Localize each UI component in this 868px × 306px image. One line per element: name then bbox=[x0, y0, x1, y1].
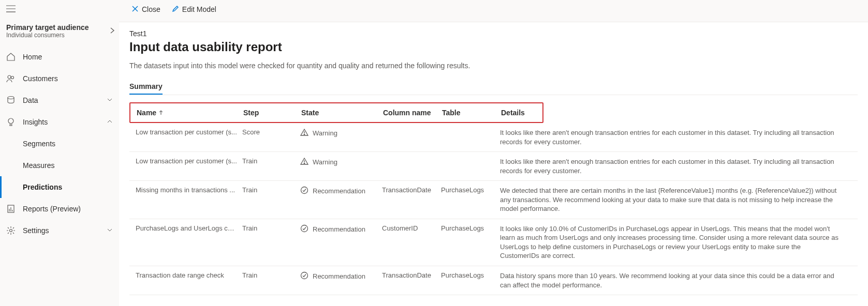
sidebar-item-label: Settings bbox=[23, 226, 49, 235]
page-title: Input data usability report bbox=[129, 40, 858, 54]
cell-details: It looks like there aren't enough transa… bbox=[500, 128, 851, 146]
cell-name: Low transaction per customer (s... bbox=[136, 128, 242, 136]
sidebar-item-label: Data bbox=[23, 96, 38, 104]
check-circle-icon bbox=[300, 224, 308, 234]
page-description: The datasets input into this model were … bbox=[129, 62, 858, 70]
sidebar-subitem-predictions[interactable]: Predictions bbox=[0, 176, 119, 198]
audience-title: Primary target audience bbox=[6, 23, 89, 32]
hamburger-menu-button[interactable] bbox=[0, 2, 119, 21]
cell-column: TransactionDate bbox=[382, 186, 441, 194]
table-header-state[interactable]: State bbox=[301, 109, 383, 117]
cell-table: PurchaseLogs bbox=[441, 271, 500, 279]
toolbar: Close Edit Model bbox=[119, 0, 868, 19]
sidebar-item-reports[interactable]: Reports (Preview) bbox=[0, 198, 119, 220]
sidebar-subitem-measures[interactable]: Measures bbox=[0, 155, 119, 176]
state-label: Recommendation bbox=[313, 272, 365, 280]
sidebar-subitem-label: Measures bbox=[23, 161, 54, 170]
sidebar-subitem-segments[interactable]: Segments bbox=[0, 133, 119, 155]
cell-column: CustomerID bbox=[382, 224, 441, 232]
sidebar: Primary target audience Individual consu… bbox=[0, 0, 119, 306]
chevron-down-icon bbox=[107, 226, 113, 235]
chevron-down-icon bbox=[107, 96, 113, 104]
chevron-right-icon bbox=[110, 27, 115, 36]
audience-subtitle: Individual consumers bbox=[6, 32, 89, 39]
table-header-column[interactable]: Column name bbox=[383, 109, 442, 117]
insights-icon bbox=[6, 117, 16, 127]
chevron-up-icon bbox=[107, 118, 113, 126]
cell-step: Train bbox=[242, 157, 300, 165]
cell-column: TransactionDate bbox=[382, 271, 441, 279]
state-label: Warning bbox=[313, 158, 337, 166]
table-header-step[interactable]: Step bbox=[243, 109, 301, 117]
svg-point-20 bbox=[301, 225, 308, 232]
cell-state: Warning bbox=[300, 128, 382, 138]
table-row[interactable]: Low transaction per customer (s...TrainW… bbox=[129, 152, 858, 181]
svg-point-16 bbox=[304, 134, 304, 134]
cell-name: PurchaseLogs and UserLogs cus... bbox=[136, 224, 242, 232]
warning-icon bbox=[300, 128, 308, 138]
table-row[interactable]: PurchaseLogs and UserLogs cus...TrainRec… bbox=[129, 219, 858, 266]
cell-name: Low transaction per customer (s... bbox=[136, 157, 242, 165]
cell-state: Recommendation bbox=[300, 224, 382, 234]
table-header-table[interactable]: Table bbox=[442, 109, 501, 117]
cell-name: Missing months in transactions ... bbox=[136, 186, 242, 194]
svg-point-4 bbox=[11, 76, 14, 79]
svg-point-5 bbox=[8, 97, 14, 99]
table-header-name[interactable]: Name bbox=[137, 109, 243, 117]
cell-table: PurchaseLogs bbox=[441, 186, 500, 194]
check-circle-icon bbox=[300, 271, 308, 281]
cell-details: It looks like there aren't enough transa… bbox=[500, 157, 851, 175]
sidebar-item-label: Customers bbox=[23, 74, 58, 83]
tab-summary[interactable]: Summary bbox=[129, 79, 163, 95]
settings-icon bbox=[6, 226, 16, 235]
cell-table: PurchaseLogs bbox=[441, 224, 500, 232]
cell-name: Transaction date range check bbox=[136, 271, 242, 279]
state-label: Warning bbox=[313, 129, 337, 137]
cell-state: Warning bbox=[300, 157, 382, 167]
content-area: Test1 Input data usability report The da… bbox=[119, 22, 868, 306]
close-button[interactable]: Close bbox=[128, 3, 164, 16]
check-circle-icon bbox=[300, 186, 308, 196]
usability-table: Name Step State Column name Table Detail… bbox=[129, 102, 858, 295]
svg-point-19 bbox=[301, 187, 308, 194]
cell-state: Recommendation bbox=[300, 186, 382, 196]
cell-step: Train bbox=[242, 271, 300, 279]
sidebar-item-settings[interactable]: Settings bbox=[0, 220, 119, 241]
data-icon bbox=[6, 96, 16, 105]
close-label: Close bbox=[142, 5, 160, 13]
breadcrumb[interactable]: Test1 bbox=[129, 29, 858, 38]
table-header-row: Name Step State Column name Table Detail… bbox=[129, 102, 543, 123]
table-header-details[interactable]: Details bbox=[501, 109, 525, 117]
cell-state: Recommendation bbox=[300, 271, 382, 281]
warning-icon bbox=[300, 157, 308, 167]
svg-point-6 bbox=[8, 118, 13, 124]
edit-icon bbox=[172, 5, 179, 14]
cell-details: Data history spans more than 10 years. W… bbox=[500, 271, 851, 289]
sidebar-subitem-label: Predictions bbox=[23, 183, 62, 191]
customers-icon bbox=[6, 74, 16, 83]
state-label: Recommendation bbox=[313, 225, 365, 233]
sidebar-subitem-label: Segments bbox=[23, 140, 55, 148]
cell-step: Train bbox=[242, 224, 300, 232]
table-row[interactable]: Low transaction per customer (s...ScoreW… bbox=[129, 123, 858, 152]
sidebar-item-customers[interactable]: Customers bbox=[0, 68, 119, 89]
home-icon bbox=[6, 52, 16, 62]
edit-model-label: Edit Model bbox=[182, 5, 216, 13]
svg-point-18 bbox=[304, 163, 304, 163]
tab-row: Summary bbox=[129, 79, 858, 95]
audience-selector[interactable]: Primary target audience Individual consu… bbox=[0, 21, 119, 46]
cell-step: Train bbox=[242, 186, 300, 194]
sidebar-item-insights[interactable]: Insights bbox=[0, 111, 119, 133]
cell-details: It looks like only 10.0% of CustomerIDs … bbox=[500, 224, 851, 261]
cell-step: Score bbox=[242, 128, 300, 136]
edit-model-button[interactable]: Edit Model bbox=[169, 3, 219, 16]
svg-point-21 bbox=[301, 272, 308, 279]
svg-point-3 bbox=[8, 75, 11, 79]
sidebar-item-label: Insights bbox=[23, 118, 48, 126]
main-panel: Close Edit Model Test1 Input data usabil… bbox=[119, 0, 868, 306]
table-row[interactable]: Missing months in transactions ...TrainR… bbox=[129, 181, 858, 219]
reports-icon bbox=[6, 204, 16, 213]
table-row[interactable]: Transaction date range checkTrainRecomme… bbox=[129, 266, 858, 295]
sidebar-item-home[interactable]: Home bbox=[0, 46, 119, 68]
sidebar-item-data[interactable]: Data bbox=[0, 89, 119, 111]
